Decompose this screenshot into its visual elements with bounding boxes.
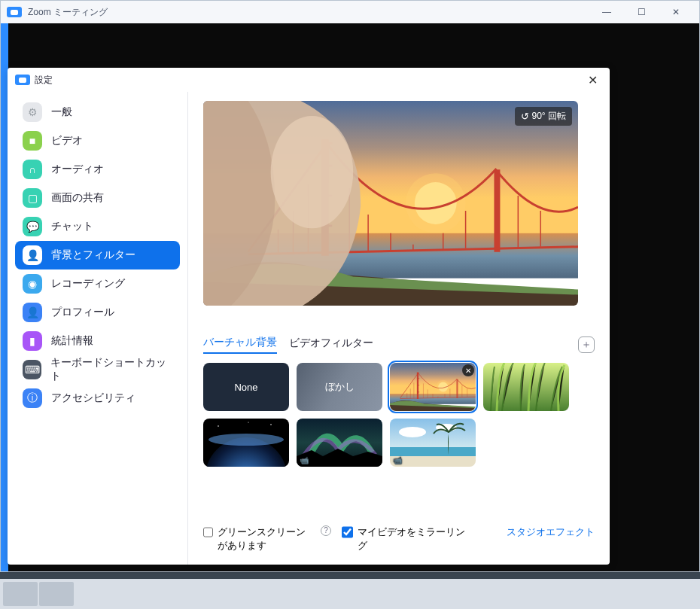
gear-icon: ⚙ <box>23 102 42 122</box>
delete-background-icon[interactable]: ✕ <box>462 364 474 376</box>
bg-option-grass[interactable] <box>483 363 569 411</box>
svg-rect-27 <box>390 447 476 458</box>
bg-option-blur[interactable]: ぼかし <box>297 363 382 411</box>
bg-option-bridge[interactable]: ✕ <box>390 363 476 411</box>
svg-point-20 <box>218 425 219 427</box>
svg-point-21 <box>270 424 272 425</box>
svg-point-25 <box>399 427 426 437</box>
settings-dialog: 設定 ✕ ⚙一般 ■ビデオ ∩オーディオ ▢画面の共有 💬チャット 👤背景とフィ… <box>8 68 610 565</box>
add-background-button[interactable]: ＋ <box>578 336 595 353</box>
sidebar-item-background[interactable]: 👤背景とフィルター <box>15 241 180 269</box>
video-indicator-icon: 📹 <box>300 456 309 464</box>
sidebar-item-label: アクセシビリティ <box>51 391 135 405</box>
stats-icon: ▮ <box>23 331 42 351</box>
taskbar <box>0 579 700 609</box>
tab-video-filters[interactable]: ビデオフィルター <box>289 336 373 353</box>
keyboard-icon: ⌨ <box>23 360 41 379</box>
taskbar-item[interactable] <box>3 582 38 606</box>
help-icon[interactable]: ? <box>321 525 331 536</box>
video-preview: 90° 回転 <box>203 101 578 306</box>
headphones-icon: ∩ <box>23 160 42 179</box>
meeting-titlebar: Zoom ミーティング — ☐ ✕ <box>1 1 699 23</box>
sidebar-item-profile[interactable]: 👤プロフィール <box>15 298 180 327</box>
share-screen-icon: ▢ <box>23 188 42 208</box>
settings-sidebar: ⚙一般 ■ビデオ ∩オーディオ ▢画面の共有 💬チャット 👤背景とフィルター ◉… <box>8 92 188 565</box>
person-icon: 👤 <box>23 245 42 265</box>
profile-icon: 👤 <box>23 303 42 322</box>
sidebar-item-label: オーディオ <box>51 163 104 176</box>
meeting-title: Zoom ミーティング <box>28 6 108 19</box>
sidebar-item-label: 一般 <box>51 105 72 119</box>
video-indicator-icon: 📹 <box>393 456 402 464</box>
sidebar-item-label: レコーディング <box>51 277 125 291</box>
sidebar-item-shortcuts[interactable]: ⌨キーボードショートカット <box>15 355 180 384</box>
settings-header: 設定 ✕ <box>8 68 610 92</box>
bg-option-beach[interactable]: 📹 <box>390 419 476 467</box>
minimize-button[interactable]: — <box>589 1 624 23</box>
greenscreen-input[interactable] <box>203 526 213 538</box>
sidebar-item-recording[interactable]: ◉レコーディング <box>15 269 180 298</box>
sidebar-item-audio[interactable]: ∩オーディオ <box>15 155 180 184</box>
sidebar-item-label: プロフィール <box>51 306 114 319</box>
close-settings-button[interactable]: ✕ <box>583 72 602 89</box>
rotate-90-button[interactable]: 90° 回転 <box>515 107 572 126</box>
greenscreen-label: グリーンスクリーンがあります <box>218 525 315 553</box>
svg-rect-28 <box>390 456 476 467</box>
sidebar-item-share[interactable]: ▢画面の共有 <box>15 184 180 212</box>
svg-point-19 <box>208 434 284 446</box>
studio-effects-link[interactable]: スタジオエフェクト <box>507 525 595 539</box>
mirror-label: マイビデオをミラーリング <box>358 525 470 553</box>
zoom-logo-icon <box>15 75 30 85</box>
video-icon: ■ <box>23 131 42 151</box>
sidebar-item-label: 背景とフィルター <box>51 248 135 262</box>
bg-option-earth[interactable] <box>203 419 289 467</box>
sidebar-item-video[interactable]: ■ビデオ <box>15 126 180 155</box>
taskbar-item[interactable] <box>39 582 74 606</box>
sidebar-item-label: 画面の共有 <box>51 191 104 205</box>
svg-point-22 <box>248 422 248 422</box>
record-icon: ◉ <box>23 274 42 294</box>
sidebar-item-label: キーボードショートカット <box>50 356 172 383</box>
accessibility-icon: ⓘ <box>23 388 42 408</box>
mirror-checkbox[interactable]: マイビデオをミラーリング <box>342 525 470 553</box>
settings-footer: グリーンスクリーンがあります ? マイビデオをミラーリング スタジオエフェクト <box>203 525 595 553</box>
zoom-logo-icon <box>7 7 22 17</box>
bg-option-none[interactable]: None <box>203 363 289 411</box>
sidebar-item-label: 統計情報 <box>51 334 93 348</box>
sidebar-item-chat[interactable]: 💬チャット <box>15 212 180 241</box>
sidebar-item-general[interactable]: ⚙一般 <box>15 98 180 126</box>
chat-icon: 💬 <box>23 217 42 236</box>
close-window-button[interactable]: ✕ <box>659 1 693 23</box>
sidebar-item-accessibility[interactable]: ⓘアクセシビリティ <box>15 384 180 413</box>
sidebar-item-label: ビデオ <box>51 134 83 148</box>
greenscreen-checkbox[interactable]: グリーンスクリーンがあります ? <box>203 525 331 553</box>
mirror-input[interactable] <box>342 526 353 538</box>
tab-virtual-background[interactable]: バーチャル背景 <box>203 336 277 354</box>
background-thumbnails: None ぼかし ✕ <box>203 363 580 467</box>
background-tabs: バーチャル背景 ビデオフィルター ＋ <box>203 336 595 354</box>
sidebar-item-stats[interactable]: ▮統計情報 <box>15 327 180 355</box>
svg-point-15 <box>271 116 354 228</box>
bg-option-aurora[interactable]: 📹 <box>297 419 382 467</box>
sidebar-item-label: チャット <box>51 220 93 233</box>
meeting-background-video <box>616 125 699 531</box>
settings-title: 設定 <box>35 74 53 87</box>
settings-panel: 90° 回転 バーチャル背景 ビデオフィルター ＋ None ぼかし ✕ <box>188 92 610 565</box>
maximize-button[interactable]: ☐ <box>624 1 659 23</box>
